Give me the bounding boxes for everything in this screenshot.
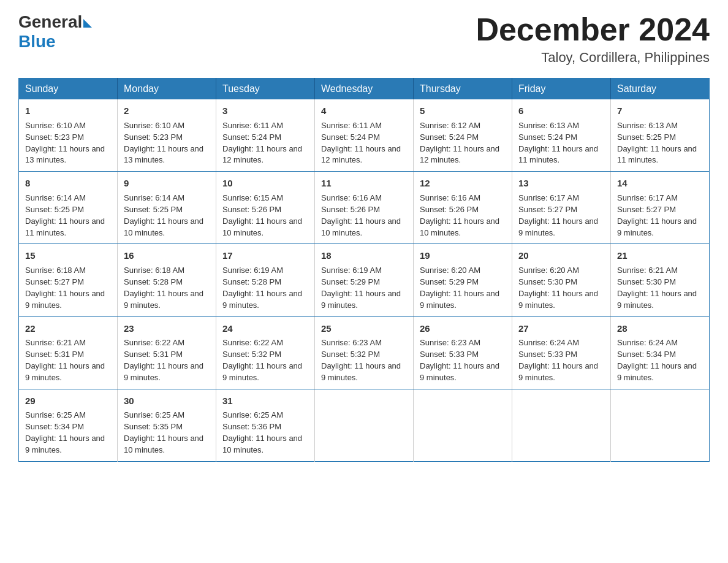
daylight-label: Daylight: 11 hours and 9 minutes.	[617, 361, 697, 382]
day-number: 14	[617, 177, 703, 190]
daylight-label: Daylight: 11 hours and 9 minutes.	[124, 361, 203, 382]
day-number: 20	[518, 249, 604, 262]
sunset-label: Sunset: 5:26 PM	[420, 205, 479, 214]
daylight-label: Daylight: 11 hours and 13 minutes.	[124, 144, 203, 165]
day-number: 31	[222, 394, 308, 408]
sunset-label: Sunset: 5:24 PM	[321, 132, 380, 142]
sunrise-label: Sunrise: 6:25 AM	[222, 410, 283, 419]
sunset-label: Sunset: 5:34 PM	[25, 422, 84, 431]
sunrise-label: Sunrise: 6:16 AM	[420, 193, 480, 202]
calendar-header-wednesday: Wednesday	[315, 79, 414, 100]
calendar-cell: 4Sunrise: 6:11 AMSunset: 5:24 PMDaylight…	[315, 99, 414, 172]
day-number: 6	[518, 104, 604, 118]
day-number: 24	[222, 322, 308, 335]
calendar-cell: 3Sunrise: 6:11 AMSunset: 5:24 PMDaylight…	[216, 99, 315, 172]
day-number: 28	[617, 322, 703, 335]
daylight-label: Daylight: 11 hours and 12 minutes.	[321, 144, 401, 165]
sunrise-label: Sunrise: 6:24 AM	[617, 338, 678, 347]
sunrise-label: Sunrise: 6:23 AM	[321, 338, 382, 347]
calendar-cell: 8Sunrise: 6:14 AMSunset: 5:25 PMDaylight…	[19, 172, 118, 244]
daylight-label: Daylight: 11 hours and 10 minutes.	[222, 434, 302, 454]
page-header: General Blue December 2024 Taloy, Cordil…	[18, 12, 710, 66]
day-number: 19	[420, 249, 506, 262]
calendar-header-saturday: Saturday	[611, 79, 710, 100]
logo: General Blue	[18, 12, 92, 52]
sunset-label: Sunset: 5:32 PM	[222, 350, 281, 359]
calendar-cell: 31Sunrise: 6:25 AMSunset: 5:36 PMDayligh…	[216, 389, 315, 461]
daylight-label: Daylight: 11 hours and 9 minutes.	[25, 289, 105, 310]
day-number: 13	[518, 177, 604, 190]
daylight-label: Daylight: 11 hours and 12 minutes.	[222, 144, 302, 165]
calendar-cell: 17Sunrise: 6:19 AMSunset: 5:28 PMDayligh…	[216, 244, 315, 316]
calendar-header-monday: Monday	[118, 79, 216, 100]
calendar-cell	[512, 389, 611, 461]
day-number: 2	[124, 104, 210, 118]
daylight-label: Daylight: 11 hours and 11 minutes.	[518, 144, 598, 165]
daylight-label: Daylight: 11 hours and 10 minutes.	[420, 216, 499, 237]
sunrise-label: Sunrise: 6:11 AM	[222, 121, 283, 130]
sunset-label: Sunset: 5:30 PM	[617, 277, 676, 286]
day-number: 9	[124, 177, 210, 190]
calendar-header-tuesday: Tuesday	[216, 79, 315, 100]
sunrise-label: Sunrise: 6:13 AM	[518, 121, 579, 130]
sunset-label: Sunset: 5:25 PM	[25, 205, 84, 214]
calendar-cell: 27Sunrise: 6:24 AMSunset: 5:33 PMDayligh…	[512, 316, 611, 389]
sunset-label: Sunset: 5:27 PM	[617, 205, 676, 214]
sunset-label: Sunset: 5:31 PM	[124, 350, 183, 359]
sunset-label: Sunset: 5:36 PM	[222, 422, 281, 431]
sunrise-label: Sunrise: 6:22 AM	[222, 338, 283, 347]
calendar-cell	[611, 389, 710, 461]
daylight-label: Daylight: 11 hours and 10 minutes.	[321, 216, 401, 237]
day-number: 27	[518, 322, 604, 335]
sunset-label: Sunset: 5:29 PM	[420, 277, 479, 286]
sunrise-label: Sunrise: 6:23 AM	[420, 338, 480, 347]
day-number: 1	[25, 104, 111, 118]
logo-blue-text: Blue	[18, 32, 56, 52]
calendar-cell: 23Sunrise: 6:22 AMSunset: 5:31 PMDayligh…	[118, 316, 216, 389]
daylight-label: Daylight: 11 hours and 9 minutes.	[420, 361, 499, 382]
calendar-cell: 11Sunrise: 6:16 AMSunset: 5:26 PMDayligh…	[315, 172, 414, 244]
sunrise-label: Sunrise: 6:19 AM	[321, 266, 382, 275]
calendar-cell: 30Sunrise: 6:25 AMSunset: 5:35 PMDayligh…	[118, 389, 216, 461]
daylight-label: Daylight: 11 hours and 9 minutes.	[25, 434, 105, 454]
day-number: 3	[222, 104, 308, 118]
day-number: 29	[25, 394, 111, 408]
sunrise-label: Sunrise: 6:20 AM	[518, 266, 579, 275]
day-number: 16	[124, 249, 210, 262]
day-number: 21	[617, 249, 703, 262]
daylight-label: Daylight: 11 hours and 9 minutes.	[617, 216, 697, 237]
sunset-label: Sunset: 5:23 PM	[124, 132, 183, 142]
sunrise-label: Sunrise: 6:20 AM	[420, 266, 480, 275]
sunrise-label: Sunrise: 6:24 AM	[518, 338, 579, 347]
daylight-label: Daylight: 11 hours and 10 minutes.	[124, 434, 203, 454]
sunset-label: Sunset: 5:32 PM	[321, 350, 380, 359]
calendar-cell: 21Sunrise: 6:21 AMSunset: 5:30 PMDayligh…	[611, 244, 710, 316]
calendar-cell: 18Sunrise: 6:19 AMSunset: 5:29 PMDayligh…	[315, 244, 414, 316]
sunset-label: Sunset: 5:30 PM	[518, 277, 577, 286]
calendar-cell: 1Sunrise: 6:10 AMSunset: 5:23 PMDaylight…	[19, 99, 118, 172]
sunrise-label: Sunrise: 6:16 AM	[321, 193, 382, 202]
sunset-label: Sunset: 5:27 PM	[25, 277, 84, 286]
sunrise-label: Sunrise: 6:13 AM	[617, 121, 678, 130]
sunrise-label: Sunrise: 6:14 AM	[124, 193, 184, 202]
day-number: 10	[222, 177, 308, 190]
calendar-cell: 16Sunrise: 6:18 AMSunset: 5:28 PMDayligh…	[118, 244, 216, 316]
sunset-label: Sunset: 5:23 PM	[25, 132, 84, 142]
day-number: 25	[321, 322, 407, 335]
daylight-label: Daylight: 11 hours and 9 minutes.	[420, 289, 499, 310]
calendar-cell: 26Sunrise: 6:23 AMSunset: 5:33 PMDayligh…	[414, 316, 512, 389]
daylight-label: Daylight: 11 hours and 10 minutes.	[222, 216, 302, 237]
day-number: 11	[321, 177, 407, 190]
sunset-label: Sunset: 5:26 PM	[222, 205, 281, 214]
sunrise-label: Sunrise: 6:14 AM	[25, 193, 86, 202]
daylight-label: Daylight: 11 hours and 9 minutes.	[518, 361, 598, 382]
calendar-header-thursday: Thursday	[414, 79, 512, 100]
calendar-cell: 2Sunrise: 6:10 AMSunset: 5:23 PMDaylight…	[118, 99, 216, 172]
sunrise-label: Sunrise: 6:19 AM	[222, 266, 283, 275]
location-title: Taloy, Cordillera, Philippines	[476, 50, 710, 66]
sunset-label: Sunset: 5:24 PM	[420, 132, 479, 142]
sunrise-label: Sunrise: 6:17 AM	[617, 193, 678, 202]
sunset-label: Sunset: 5:34 PM	[617, 350, 676, 359]
sunrise-label: Sunrise: 6:25 AM	[124, 410, 184, 419]
day-number: 26	[420, 322, 506, 335]
